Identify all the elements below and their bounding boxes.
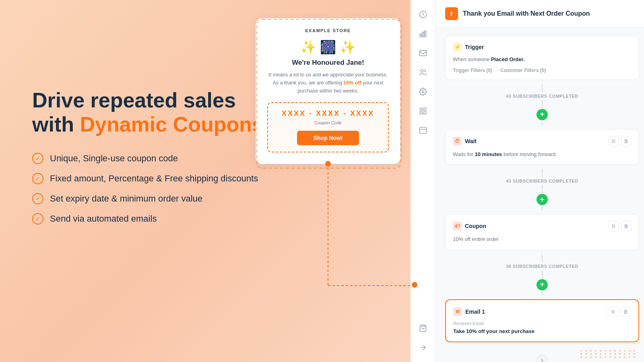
wait-desc: Waits for 10 minutes before moving forwa… (453, 150, 632, 158)
headline-line2-highlight: Dynamic Coupons (80, 113, 264, 136)
svg-rect-5 (420, 34, 421, 37)
email-delete-btn[interactable]: 🗑 (621, 306, 631, 317)
sidebar-icon-arrow[interactable] (415, 339, 431, 356)
coupon-block-header: 🏷 Coupon ⧉ 🗑 (453, 221, 632, 231)
email-copy-btn[interactable]: ⧉ (608, 306, 618, 317)
sub-line-top-3 (542, 254, 543, 262)
sidebar-icon-users[interactable] (415, 64, 431, 80)
subscribers-badge-3: 36 SUBSCRIBERS COMPLETED (506, 264, 578, 269)
feature-text-4: Send via automated emails (50, 214, 157, 224)
email-preview-card: EXAMPLE STORE ✨ 🎆 ✨ We're Honoured Jane!… (256, 18, 400, 164)
coupon-block: 🏷 Coupon ⧉ 🗑 10% off entire order (445, 214, 639, 250)
store-name: EXAMPLE STORE (267, 28, 389, 33)
coupon-icon: 🏷 (453, 222, 462, 230)
trigger-filters: Trigger Filters (0) Customer Filters (0) (453, 68, 632, 73)
subscribers-row-1: 43 SUBSCRIBERS COMPLETED + (445, 80, 639, 129)
trigger-block: ⚡ Trigger When someone Placed Order. Tri… (445, 36, 639, 80)
sub-line-after-btn-1 (542, 121, 543, 125)
feature-item-3: ✓ Set expiry date & minimum order value (32, 193, 274, 204)
sidebar-icon-envelope[interactable] (415, 45, 431, 61)
svg-rect-11 (420, 108, 422, 111)
wait-icon: ⏱ (453, 137, 462, 146)
panel-header: r Thank you Email with Next Order Coupon (436, 0, 644, 28)
headline: Drive repeated sales with Dynamic Coupon… (32, 88, 274, 137)
svg-rect-6 (422, 32, 423, 37)
sub-line-bottom-2 (542, 185, 543, 193)
svg-rect-12 (423, 108, 426, 111)
coupon-delete-btn[interactable]: 🗑 (621, 221, 632, 231)
subscribers-row-2: 43 SUBSCRIBERS COMPLETED + (445, 165, 639, 214)
email-block-header: ✉ Email 1 ⧉ 🗑 (453, 306, 631, 317)
sidebar-icon-chart[interactable] (415, 26, 431, 42)
sub-line-bottom-1 (542, 100, 543, 108)
add-step-btn-1[interactable]: + (537, 109, 548, 120)
email-icon: ✉ (453, 307, 462, 316)
left-section: Drive repeated sales with Dynamic Coupon… (32, 88, 274, 224)
svg-rect-8 (419, 50, 426, 56)
subscribers-badge-2: 43 SUBSCRIBERS COMPLETED (506, 179, 578, 183)
sidebar-icon-settings[interactable] (415, 84, 431, 100)
customer-filter: Customer Filters (0) (500, 68, 546, 73)
email-card-title: We're Honoured Jane! (267, 59, 389, 67)
highlight-text: 10% off (343, 80, 361, 86)
dots-decoration (580, 350, 637, 358)
wait-block-title: ⏱ Wait (453, 137, 477, 146)
coupon-block-actions: ⧉ 🗑 (608, 221, 632, 231)
wait-block-actions: ⧉ 🗑 (608, 136, 632, 146)
feature-item-1: ✓ Unique, Single-use coupon code (32, 153, 274, 164)
svg-rect-14 (423, 112, 426, 114)
feature-item-2: ✓ Fixed amount, Percentage & Free shippi… (32, 173, 274, 184)
feature-text-2: Fixed amount, Percentage & Free shipping… (50, 173, 258, 184)
shop-now-button[interactable]: Shop Now! (297, 131, 359, 145)
coupon-label: Coupon Code (276, 120, 380, 125)
email-block-title: ✉ Email 1 (453, 307, 485, 316)
sidebar-icon-clock[interactable] (415, 6, 431, 23)
svg-rect-15 (419, 128, 426, 134)
sidebar-icon-browser[interactable] (415, 122, 431, 138)
add-step-btn-3[interactable]: + (537, 279, 548, 290)
feature-item-4: ✓ Send via automated emails (32, 213, 274, 224)
panel-title: Thank you Email with Next Order Coupon (463, 10, 590, 17)
headline-line2-prefix: with (32, 113, 80, 136)
trigger-filter-1: Trigger Filters (0) (453, 68, 492, 73)
connector-dot-top (325, 161, 331, 167)
sub-line-after-btn-3 (542, 291, 543, 295)
email-block: ✉ Email 1 ⧉ 🗑 Recieves Email Take 10% of… (445, 299, 639, 343)
coupon-block-title: 🏷 Coupon (453, 222, 486, 230)
svg-point-9 (421, 70, 423, 72)
check-icon-3: ✓ (32, 193, 43, 204)
panel-content: ⚡ Trigger When someone Placed Order. Tri… (436, 28, 644, 350)
coupon-code: XXXX - XXXX - XXXX (276, 109, 380, 118)
connector-dot-bottom (412, 282, 417, 288)
check-icon-2: ✓ (32, 173, 43, 184)
automation-panel: r Thank you Email with Next Order Coupon… (436, 0, 644, 362)
email-sub-label: Recieves Email (453, 321, 631, 326)
wait-delete-btn[interactable]: 🗑 (621, 136, 632, 146)
check-icon-1: ✓ (32, 153, 43, 164)
coupon-copy-btn[interactable]: ⧉ (608, 221, 619, 231)
feature-text-1: Unique, Single-use coupon code (50, 153, 178, 164)
subscribers-badge-1: 43 SUBSCRIBERS COMPLETED (506, 94, 578, 99)
sidebar-icon-bag[interactable] (415, 320, 431, 336)
trigger-block-title: ⚡ Trigger (453, 43, 484, 51)
check-icon-4: ✓ (32, 213, 43, 224)
trigger-desc: When someone Placed Order. (453, 56, 632, 64)
panel-logo: r (445, 7, 458, 20)
add-step-btn-2[interactable]: + (537, 194, 548, 205)
email-desc: Take 10% off your next purchase (453, 327, 631, 335)
sub-line-after-btn-2 (542, 206, 543, 210)
sidebar-icon-grid[interactable] (415, 103, 431, 119)
wait-block-header: ⏱ Wait ⧉ 🗑 (453, 136, 632, 146)
sub-line-top-2 (542, 169, 543, 177)
subscribers-row-3: 36 SUBSCRIBERS COMPLETED + (445, 250, 639, 299)
email-block-actions: ⧉ 🗑 (608, 306, 631, 317)
sidebar (411, 0, 436, 362)
wait-copy-btn[interactable]: ⧉ (608, 136, 619, 146)
wait-block: ⏱ Wait ⧉ 🗑 Waits for 10 minutes before m… (445, 129, 639, 165)
trigger-block-header: ⚡ Trigger (453, 43, 632, 51)
trigger-icon: ⚡ (453, 43, 462, 51)
coupon-box: XXXX - XXXX - XXXX Coupon Code Shop Now! (267, 102, 389, 152)
collapse-btn[interactable]: › (537, 354, 548, 362)
svg-point-10 (422, 91, 424, 93)
email-card-body: It means a lot to us and we appreciate y… (267, 71, 389, 95)
